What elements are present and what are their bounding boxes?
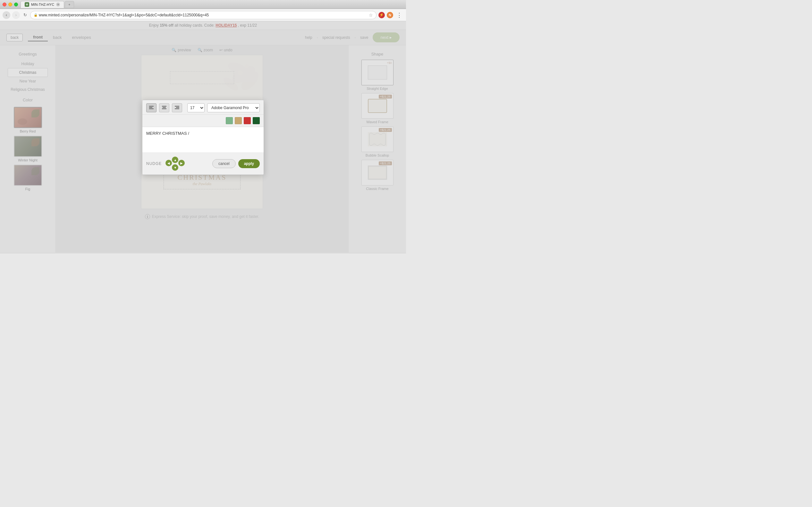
tab-title: MIN-THZ-HYC — [31, 3, 54, 6]
font-size-select[interactable]: 17 12 14 16 18 20 24 — [187, 103, 205, 112]
nudge-down-button[interactable]: ▼ — [172, 164, 178, 171]
tab-close-icon[interactable]: ✕ — [56, 3, 60, 6]
svg-rect-13 — [163, 107, 166, 108]
svg-rect-16 — [176, 107, 179, 108]
page: Enjoy 15% off all holiday cards. Code: H… — [0, 21, 406, 253]
titlebar: M MIN-THZ-HYC ✕ + — [0, 0, 406, 9]
extension-icon-red[interactable]: ⚡ — [378, 12, 385, 18]
minimize-button[interactable] — [8, 3, 12, 6]
forward-nav-button[interactable]: › — [12, 11, 20, 19]
modal-actions: cancel apply — [212, 159, 260, 168]
svg-rect-10 — [149, 107, 152, 108]
cancel-button[interactable]: cancel — [212, 159, 236, 168]
svg-rect-11 — [149, 108, 153, 109]
modal-toolbar: 17 12 14 16 18 20 24 Adobe Garamond Pro … — [142, 100, 264, 115]
modal-footer: NUDGE ▲ ◀ ▶ ▼ cancel apply — [142, 153, 264, 175]
active-tab[interactable]: M MIN-THZ-HYC ✕ — [20, 1, 64, 8]
text-edit-modal: 17 12 14 16 18 20 24 Adobe Garamond Pro … — [142, 100, 264, 175]
swatch-dark-green[interactable] — [253, 117, 260, 124]
tab-favicon: M — [25, 2, 29, 7]
swatch-sage-green[interactable] — [226, 117, 233, 124]
svg-rect-12 — [162, 106, 167, 107]
nudge-label: NUDGE — [146, 161, 162, 166]
browser-bar: ‹ › ↻ 🔒 www.minted.com/personalize/MIN-T… — [0, 9, 406, 21]
tab-bar: M MIN-THZ-HYC ✕ + — [20, 1, 403, 8]
swatch-red[interactable] — [244, 117, 251, 124]
svg-rect-9 — [149, 106, 153, 107]
back-nav-button[interactable]: ‹ — [3, 11, 10, 19]
browser-menu-button[interactable]: ⋮ — [395, 11, 403, 19]
bookmark-icon[interactable]: ☆ — [369, 12, 373, 18]
nudge-right-button[interactable]: ▶ — [178, 160, 185, 166]
svg-rect-15 — [175, 106, 179, 107]
color-swatches-row — [142, 115, 264, 127]
traffic-lights — [3, 3, 18, 6]
apply-button[interactable]: apply — [238, 159, 260, 168]
url-bar[interactable]: 🔒 www.minted.com/personalize/MIN-THZ-HYC… — [30, 11, 376, 19]
editor-text-content: MERRY CHRISTMAS / — [146, 131, 189, 136]
extension-icon-orange[interactable]: N — [387, 12, 393, 18]
maximize-button[interactable] — [14, 3, 18, 6]
align-right-button[interactable] — [172, 103, 182, 112]
lock-icon: 🔒 — [34, 13, 38, 17]
align-left-button[interactable] — [146, 103, 157, 112]
refresh-button[interactable]: ↻ — [22, 12, 28, 18]
swatch-tan[interactable] — [235, 117, 242, 124]
font-family-select[interactable]: Adobe Garamond Pro Georgia Times New Rom… — [207, 103, 260, 112]
align-center-button[interactable] — [159, 103, 169, 112]
modal-overlay: 17 12 14 16 18 20 24 Adobe Garamond Pro … — [0, 21, 406, 253]
new-tab-button[interactable]: + — [65, 1, 74, 8]
svg-rect-14 — [162, 108, 167, 109]
svg-rect-17 — [175, 108, 179, 109]
close-button[interactable] — [3, 3, 6, 6]
nudge-up-button[interactable]: ▲ — [172, 157, 178, 163]
nudge-left-button[interactable]: ◀ — [166, 160, 172, 166]
modal-text-editor[interactable]: MERRY CHRISTMAS / — [142, 127, 264, 153]
url-text: www.minted.com/personalize/MIN-THZ-HYC?s… — [39, 13, 368, 17]
nudge-controls: ▲ ◀ ▶ ▼ — [166, 157, 185, 171]
